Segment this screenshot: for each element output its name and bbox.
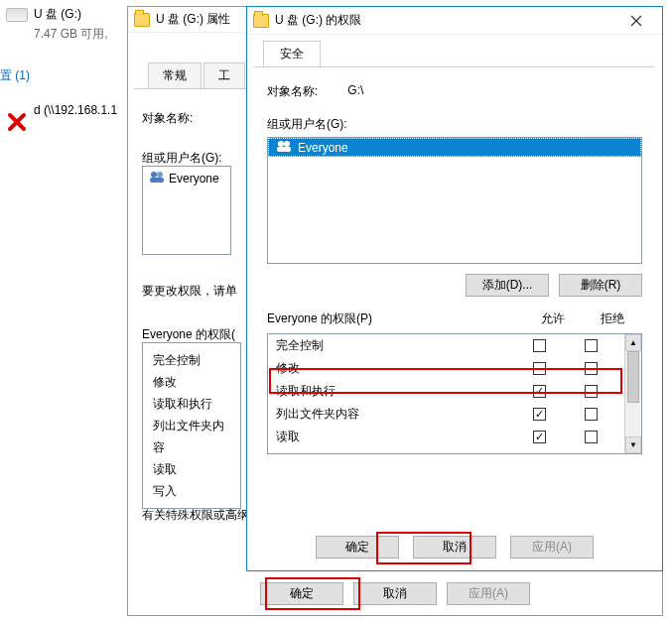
perm-row: 修改 (268, 357, 624, 380)
allow-checkbox[interactable] (533, 431, 546, 443)
scroll-thumb[interactable] (627, 351, 639, 403)
allow-checkbox[interactable] (533, 339, 546, 352)
drive-sublabel: 7.47 GB 可用, (34, 26, 108, 43)
obj-name-label: 对象名称: (142, 110, 193, 127)
permissions-title: U 盘 (G:) 的权限 (275, 12, 361, 29)
users-icon (276, 140, 292, 155)
obj-name-value: G:\ (347, 83, 363, 100)
perm-table: 完全控制修改读取和执行列出文件夹内容读取 (268, 334, 624, 453)
perm-name: 读取和执行 (276, 383, 513, 400)
perm-ro: 完全控制 (153, 349, 230, 371)
drive-icon (6, 8, 28, 22)
scroll-up-button[interactable]: ▲ (625, 334, 641, 351)
permissions-buttons: 确定 取消 应用(A) (247, 536, 662, 558)
ok-button[interactable]: 确定 (260, 582, 343, 605)
groups-listbox[interactable]: Everyone (267, 137, 642, 264)
groups-label: 组或用户名(G): (267, 116, 642, 133)
properties-buttons: 确定 取消 应用(A) (128, 582, 662, 605)
permissions-tabs: 安全 (247, 35, 662, 66)
advanced-hint: 有关特殊权限或高纲 (142, 507, 249, 524)
change-perm-hint: 要更改权限，请单 (142, 283, 237, 300)
permissions-window: U 盘 (G:) 的权限 安全 对象名称: G:\ 组或用户名(G): Ever… (246, 6, 663, 571)
perm-row: 列出文件夹内容 (268, 403, 624, 426)
drive-label: U 盘 (G:) (34, 6, 81, 23)
svg-rect-2 (150, 178, 164, 183)
perm-ro: 读取和执行 (153, 393, 230, 415)
list-item-selected[interactable]: Everyone (268, 138, 641, 157)
svg-point-3 (278, 141, 284, 147)
scroll-track[interactable] (625, 351, 641, 436)
apply-button[interactable]: 应用(A) (447, 582, 530, 605)
users-icon (149, 171, 165, 186)
perm-row: 读取和执行 (268, 380, 624, 403)
scroll-down-button[interactable]: ▼ (625, 436, 641, 453)
drive-item[interactable]: U 盘 (G:) (0, 6, 134, 23)
perm-name: 修改 (276, 360, 513, 377)
perm-name: 读取 (276, 429, 513, 445)
allow-checkbox[interactable] (533, 362, 546, 375)
drive-folder-icon (253, 14, 269, 28)
deny-checkbox[interactable] (585, 339, 598, 352)
deny-checkbox[interactable] (585, 385, 598, 398)
add-button[interactable]: 添加(D)... (466, 274, 549, 297)
svg-point-0 (151, 172, 157, 178)
deny-checkbox[interactable] (585, 408, 598, 421)
svg-point-1 (157, 172, 163, 178)
tab-general[interactable]: 常规 (148, 62, 202, 88)
perm-ro: 列出文件夹内容 (153, 415, 230, 458)
svg-rect-5 (277, 147, 291, 152)
allow-checkbox[interactable] (533, 408, 546, 421)
list-item[interactable]: Everyone (149, 171, 224, 186)
perm-header: Everyone 的权限( (142, 326, 235, 343)
disconnected-icon (6, 111, 28, 133)
perm-table-header: Everyone 的权限(P) 允许 拒绝 (267, 310, 642, 327)
obj-name-label: 对象名称: (267, 83, 318, 100)
groups-listbox[interactable]: Everyone (142, 166, 231, 255)
perm-row: 读取 (268, 426, 624, 448)
net-drive-item[interactable]: d (\\192.168.1.1 (34, 103, 117, 117)
allow-header: 允许 (523, 310, 583, 327)
close-button[interactable] (616, 7, 656, 35)
perm-ro: 读取 (153, 458, 230, 480)
places-link[interactable]: 置 (1) (0, 67, 30, 84)
list-item-label: Everyone (298, 141, 348, 155)
permissions-titlebar[interactable]: U 盘 (G:) 的权限 (247, 7, 662, 35)
perm-ro: 写入 (153, 480, 230, 502)
list-item-label: Everyone (169, 172, 219, 186)
ok-button[interactable]: 确定 (316, 536, 399, 558)
svg-point-4 (284, 141, 290, 147)
deny-checkbox[interactable] (585, 362, 598, 375)
properties-title: U 盘 (G:) 属性 (156, 11, 230, 28)
perm-row: 完全控制 (268, 334, 624, 357)
apply-button[interactable]: 应用(A) (510, 536, 594, 558)
scrollbar[interactable]: ▲ ▼ (624, 334, 641, 453)
tab-security[interactable]: 安全 (263, 41, 321, 66)
deny-checkbox[interactable] (585, 431, 598, 443)
perm-ro: 修改 (153, 371, 230, 393)
perm-header: Everyone 的权限(P) (267, 310, 523, 327)
perm-list-readonly: 完全控制 修改 读取和执行 列出文件夹内容 读取 写入 (142, 342, 241, 509)
tab-tools[interactable]: 工 (203, 62, 245, 88)
perm-name: 列出文件夹内容 (276, 406, 513, 423)
drive-folder-icon (134, 13, 150, 27)
cancel-button[interactable]: 取消 (353, 582, 437, 605)
cancel-button[interactable]: 取消 (413, 536, 496, 558)
deny-header: 拒绝 (583, 310, 642, 327)
allow-checkbox[interactable] (533, 385, 546, 398)
perm-name: 完全控制 (276, 337, 513, 354)
remove-button[interactable]: 删除(R) (559, 274, 642, 297)
groups-label: 组或用户名(G): (142, 150, 222, 167)
